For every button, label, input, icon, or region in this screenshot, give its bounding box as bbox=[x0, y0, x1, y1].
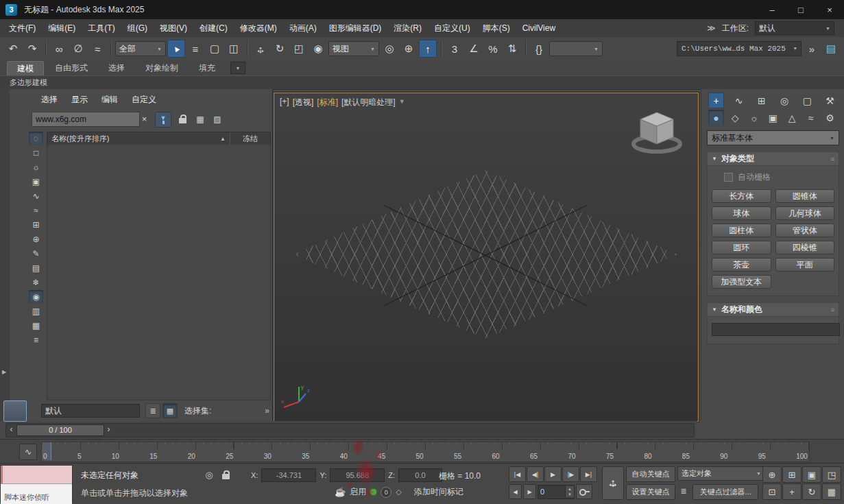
sphere-button[interactable]: 球体 bbox=[712, 206, 771, 220]
auto-key-button[interactable]: 自动关键点 bbox=[626, 466, 675, 482]
select-and-place-icon[interactable]: ◉ bbox=[309, 40, 327, 58]
menubar-menu[interactable]: 脚本(S) bbox=[477, 20, 516, 37]
ribbon-tab[interactable]: 填充 bbox=[189, 61, 225, 75]
display-containers-icon[interactable]: ▤ bbox=[29, 261, 43, 274]
menubar-menu[interactable]: 图形编辑器(D) bbox=[323, 20, 388, 37]
select-and-manipulate-icon[interactable]: ⊕ bbox=[400, 40, 418, 58]
primitive-category-dropdown[interactable]: 标准基本体 ▼ bbox=[707, 130, 839, 145]
explorer-menu[interactable]: 自定义 bbox=[125, 93, 163, 107]
menubar-menu[interactable]: 自定义(U) bbox=[428, 20, 477, 37]
orbit-icon[interactable]: ↻ bbox=[802, 483, 821, 500]
zoom-region-icon[interactable]: ⊡ bbox=[762, 483, 782, 500]
angle-snap-icon[interactable]: ∠ bbox=[465, 40, 483, 58]
menubar-menu[interactable]: 视图(V) bbox=[154, 20, 193, 37]
lock-icon[interactable] bbox=[176, 113, 189, 125]
teapot-button[interactable]: 茶壶 bbox=[712, 258, 771, 272]
display-bones-icon[interactable]: ✎ bbox=[29, 247, 43, 260]
motion-tab-icon[interactable]: ◎ bbox=[777, 93, 793, 108]
redo-icon[interactable]: ↷ bbox=[23, 40, 41, 58]
object-type-rollout-header[interactable]: ▼ 对象类型 ≡ bbox=[707, 152, 839, 166]
explorer-menu[interactable]: 选择 bbox=[34, 93, 64, 107]
systems-category-icon[interactable]: ⚙ bbox=[822, 110, 838, 125]
display-children-icon[interactable]: ▦ bbox=[193, 112, 207, 126]
column-header-frozen[interactable]: 冻结 bbox=[230, 132, 270, 145]
select-and-rotate-icon[interactable]: ↻ bbox=[271, 40, 289, 58]
undo-icon[interactable]: ↶ bbox=[4, 40, 22, 58]
spinner-up-icon[interactable]: ▲ bbox=[566, 486, 574, 492]
time-slider-handle[interactable]: 0 / 100 bbox=[16, 424, 104, 436]
display-lights-icon[interactable]: ☼ bbox=[29, 160, 43, 173]
isolate-selection-icon[interactable]: ◎ bbox=[202, 468, 216, 481]
menubar-menu[interactable]: 动画(A) bbox=[283, 20, 323, 37]
space-warps-category-icon[interactable]: ≈ bbox=[803, 110, 819, 125]
current-frame-field[interactable]: ▲ ▼ bbox=[538, 485, 575, 499]
cone-button[interactable]: 圆锥体 bbox=[775, 189, 835, 203]
clear-search-icon[interactable]: × bbox=[138, 113, 150, 125]
cylinder-button[interactable]: 圆柱体 bbox=[712, 224, 771, 237]
bind-to-space-warp-icon[interactable]: ≈ bbox=[88, 40, 106, 58]
key-filters-button[interactable]: 关键点过滤器... bbox=[692, 484, 758, 500]
display-cameras-icon[interactable]: ▣ bbox=[29, 175, 43, 188]
viewport-general-menu[interactable]: [+] bbox=[280, 97, 289, 108]
helpers-category-icon[interactable]: △ bbox=[784, 110, 800, 125]
display-geometry-icon[interactable]: □ bbox=[29, 146, 43, 159]
ribbon-tab[interactable]: 建模 bbox=[7, 61, 44, 75]
explorer-overflow-icon[interactable]: » bbox=[265, 406, 269, 416]
next-frame-arrow[interactable]: › bbox=[104, 424, 113, 435]
zoom-all-icon[interactable]: ⊞ bbox=[782, 466, 801, 483]
viewport-pov-menu[interactable]: [透视] bbox=[293, 97, 314, 108]
zoom-extents-icon[interactable]: ▣ bbox=[802, 466, 821, 483]
menubar-overflow-icon[interactable]: ≫ bbox=[707, 23, 716, 33]
object-name-field[interactable] bbox=[712, 323, 840, 336]
zoom-extents-all-icon[interactable]: ◳ bbox=[822, 466, 841, 483]
maximize-viewport-toggle-icon[interactable]: ▦ bbox=[822, 483, 841, 500]
ribbon-panel-polygon-modeling[interactable]: 多边形建模 bbox=[10, 77, 47, 88]
lights-category-icon[interactable]: ☼ bbox=[746, 110, 762, 125]
reference-coordinate-dropdown[interactable]: 视图 ▼ bbox=[328, 41, 379, 56]
selection-lock-icon[interactable] bbox=[219, 468, 232, 481]
menubar-menu[interactable]: 创建(C) bbox=[193, 20, 234, 37]
window-crossing-icon[interactable]: ◫ bbox=[225, 40, 243, 58]
text-plus-button[interactable]: 加强型文本 bbox=[712, 275, 771, 289]
display-helpers-icon[interactable]: ⊕ bbox=[29, 232, 43, 245]
plane-button[interactable]: 平面 bbox=[775, 258, 835, 272]
ribbon-tab[interactable]: 对象绘制 bbox=[136, 61, 188, 75]
key-mode-toggle-icon[interactable] bbox=[576, 484, 592, 499]
menubar-menu[interactable]: 修改器(M) bbox=[234, 20, 283, 37]
modify-tab-icon[interactable]: ∿ bbox=[731, 93, 747, 108]
select-and-link-icon[interactable]: ∞ bbox=[50, 40, 68, 58]
pyramid-button[interactable]: 四棱锥 bbox=[775, 241, 835, 254]
key-filters-icon[interactable]: ≣ bbox=[677, 484, 690, 499]
explorer-column-header[interactable]: 名称(按升序排序) ▲ 冻结 bbox=[47, 132, 271, 146]
set-key-big-button[interactable]: ↔ ↕ bbox=[602, 466, 624, 500]
listener-script-row[interactable]: 脚本迷你侦听 bbox=[1, 484, 72, 504]
dock-explorer-button[interactable] bbox=[3, 400, 27, 422]
z-coordinate-field[interactable] bbox=[398, 468, 442, 482]
go-to-end-button[interactable]: ▶| bbox=[580, 466, 597, 482]
autogrid-checkbox[interactable] bbox=[724, 173, 733, 182]
toolbar-overflow-icon[interactable]: » bbox=[803, 40, 821, 58]
x-coordinate-field[interactable] bbox=[261, 468, 316, 482]
geometry-category-icon[interactable]: ● bbox=[708, 110, 724, 125]
torus-button[interactable]: 圆环 bbox=[712, 241, 771, 254]
unlink-selection-icon[interactable]: ∅ bbox=[69, 40, 87, 58]
project-path-field[interactable]: C:\Users\ww…ds Max 2025 ▼ bbox=[677, 41, 801, 56]
create-tab-icon[interactable]: + bbox=[708, 93, 724, 108]
display-particles-icon[interactable]: ❄ bbox=[29, 276, 43, 289]
utilities-tab-icon[interactable]: ⚒ bbox=[822, 93, 838, 108]
spinner-snap-icon[interactable]: ⇅ bbox=[503, 40, 521, 58]
spinner-down-icon[interactable]: ▼ bbox=[566, 492, 574, 497]
menubar-menu[interactable]: 工具(T) bbox=[82, 20, 121, 37]
previous-frame-button[interactable]: ◀| bbox=[527, 466, 544, 482]
viewport-shading-menu[interactable]: [默认明暗处理] bbox=[341, 97, 396, 108]
ribbon-menu-dropdown-icon[interactable]: ▼ bbox=[230, 62, 245, 74]
use-pivot-point-center-icon[interactable]: ◎ bbox=[381, 40, 398, 58]
scene-explorer-icon[interactable]: ▦ bbox=[162, 403, 178, 418]
menubar-menu[interactable]: 组(G) bbox=[121, 20, 154, 37]
perspective-viewport[interactable]: [+] [透视] [标准] [默认明暗处理] ▼ x y z bbox=[274, 93, 699, 422]
display-tab-icon[interactable]: ▢ bbox=[799, 93, 815, 108]
select-object-icon[interactable]: ▲ bbox=[167, 40, 185, 58]
key-filter-selection-dropdown[interactable]: 选定对象 ▼ bbox=[677, 466, 765, 481]
display-shapes-icon[interactable]: ∿ bbox=[29, 189, 43, 202]
menubar-menu[interactable]: 编辑(E) bbox=[42, 20, 82, 37]
